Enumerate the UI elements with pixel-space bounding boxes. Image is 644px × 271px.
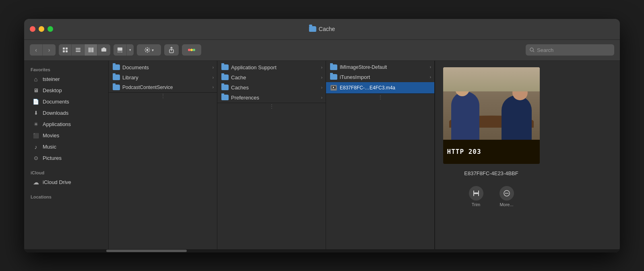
svg-rect-35 bbox=[473, 190, 474, 196]
sidebar-item-label: Downloads bbox=[43, 110, 68, 116]
svg-rect-2 bbox=[63, 50, 65, 52]
file-item-label: Cache bbox=[231, 74, 246, 81]
sidebar-item-label: Desktop bbox=[43, 87, 62, 93]
horizontal-scrollbar[interactable] bbox=[24, 249, 620, 252]
video-title-label: HTTP 203 bbox=[447, 148, 481, 155]
sidebar-item-pictures[interactable]: Pictures bbox=[26, 153, 107, 164]
chevron-right-icon: › bbox=[430, 65, 431, 69]
svg-point-24 bbox=[145, 51, 146, 52]
svg-rect-8 bbox=[90, 48, 91, 52]
preview-panel: HTTP 203 E837F8FC-4E23-4BBF bbox=[435, 61, 547, 249]
svg-point-40 bbox=[507, 192, 508, 193]
icloud-section-title: iCloud bbox=[24, 167, 108, 177]
home-icon bbox=[32, 76, 39, 83]
close-button[interactable] bbox=[30, 26, 35, 32]
file-item-e837[interactable]: E837F8FC-…E4FC3.m4a bbox=[326, 82, 434, 93]
column-resize-handle-2[interactable]: ⋮ bbox=[217, 103, 326, 110]
svg-point-29 bbox=[530, 48, 533, 51]
titlebar: Cache bbox=[24, 19, 620, 40]
sidebar-item-label: Applications bbox=[43, 121, 71, 127]
folder-icon bbox=[113, 74, 120, 80]
sidebar-item-movies[interactable]: Movies bbox=[26, 130, 107, 141]
svg-point-20 bbox=[149, 50, 150, 50]
browser-column-3: IMImageStore-Default › iTunesImport › bbox=[326, 61, 435, 249]
search-bar[interactable]: Search bbox=[526, 44, 614, 56]
sidebar-item-tsteiner[interactable]: tsteiner bbox=[26, 74, 107, 85]
view-gallery-dropdown: ▾ bbox=[114, 44, 134, 56]
file-item-preferences[interactable]: Preferences › bbox=[217, 93, 326, 103]
svg-point-19 bbox=[144, 50, 145, 50]
file-item-documents[interactable]: Documents › bbox=[109, 62, 217, 72]
preview-image: HTTP 203 bbox=[443, 67, 540, 164]
svg-rect-4 bbox=[76, 48, 80, 49]
view-list-button[interactable] bbox=[72, 44, 85, 56]
documents-icon bbox=[32, 98, 39, 106]
file-item-cache[interactable]: Cache › bbox=[217, 72, 326, 83]
svg-rect-14 bbox=[120, 52, 121, 52]
sidebar-item-desktop[interactable]: Desktop bbox=[26, 85, 107, 96]
more-action[interactable]: More... bbox=[500, 186, 514, 207]
main-content: Favorites tsteiner Desktop Documents Dow… bbox=[24, 61, 620, 249]
sidebar-item-downloads[interactable]: Downloads bbox=[26, 108, 107, 119]
chevron-right-icon: › bbox=[321, 85, 322, 90]
maximize-button[interactable] bbox=[47, 26, 53, 32]
tag-button[interactable] bbox=[182, 44, 201, 56]
file-item-label: Caches bbox=[231, 85, 249, 91]
sidebar-item-music[interactable]: Music bbox=[26, 141, 107, 153]
view-cover-button[interactable] bbox=[97, 44, 110, 56]
view-icon-button[interactable] bbox=[59, 44, 72, 56]
chevron-right-icon: › bbox=[321, 75, 322, 80]
trim-action[interactable]: Trim bbox=[469, 186, 483, 207]
file-item-podcastcontentservice[interactable]: PodcastContentService › bbox=[109, 83, 217, 92]
column-resize-handle-3[interactable]: ⋮ bbox=[326, 93, 434, 101]
svg-point-39 bbox=[506, 192, 507, 193]
svg-rect-9 bbox=[92, 48, 93, 52]
folder-icon bbox=[330, 74, 337, 80]
sidebar-item-applications[interactable]: Applications bbox=[26, 119, 107, 130]
preview-filename: E837F8FC-4E23-4BBF bbox=[464, 170, 518, 176]
forward-button[interactable]: › bbox=[43, 44, 56, 56]
gallery-dropdown-arrow[interactable]: ▾ bbox=[126, 44, 134, 56]
file-item-itunesimport[interactable]: iTunesImport › bbox=[326, 72, 434, 82]
sidebar-item-icloud-drive[interactable]: iCloud Drive bbox=[26, 177, 107, 188]
icloud-icon bbox=[32, 179, 39, 186]
file-item-library[interactable]: Library › bbox=[109, 72, 217, 83]
svg-rect-10 bbox=[101, 48, 106, 52]
svg-rect-15 bbox=[121, 52, 122, 52]
folder-icon bbox=[221, 85, 229, 90]
gallery-view-button[interactable] bbox=[114, 44, 126, 56]
browser-column-1: Documents › Library › PodcastContentServ… bbox=[109, 61, 217, 249]
svg-point-21 bbox=[145, 48, 146, 49]
trim-icon bbox=[469, 186, 483, 201]
scrollbar-thumb[interactable] bbox=[106, 250, 187, 252]
file-item-label: Preferences bbox=[231, 95, 259, 101]
locations-section-title: Locations bbox=[24, 191, 108, 201]
browser-column-2: Application Support › Cache › Caches › P… bbox=[217, 61, 326, 249]
traffic-lights bbox=[30, 26, 53, 32]
view-column-button[interactable] bbox=[85, 44, 97, 56]
svg-rect-3 bbox=[66, 50, 68, 52]
svg-rect-13 bbox=[118, 52, 119, 52]
file-item-caches[interactable]: Caches › bbox=[217, 83, 326, 93]
svg-point-16 bbox=[146, 49, 148, 51]
file-item-label: E837F8FC-…E4FC3.m4a bbox=[340, 85, 395, 91]
file-item-application-support[interactable]: Application Support › bbox=[217, 62, 326, 72]
sidebar-item-documents[interactable]: Documents bbox=[26, 96, 107, 108]
more-label: More... bbox=[500, 202, 513, 207]
file-item-label: Application Support bbox=[231, 64, 277, 70]
svg-rect-36 bbox=[478, 190, 479, 196]
svg-point-23 bbox=[148, 48, 149, 49]
applications-icon bbox=[32, 121, 39, 128]
action-button[interactable]: ▾ bbox=[137, 44, 161, 56]
file-item-label: iTunesImport bbox=[340, 74, 370, 80]
svg-point-38 bbox=[505, 192, 506, 193]
chevron-right-icon: › bbox=[213, 75, 214, 80]
share-button[interactable] bbox=[164, 44, 179, 56]
back-button[interactable]: ‹ bbox=[30, 44, 43, 56]
minimize-button[interactable] bbox=[39, 26, 44, 32]
sidebar-item-label: Documents bbox=[43, 99, 69, 105]
sidebar-item-label: Pictures bbox=[43, 155, 62, 161]
column-resize-handle-1[interactable]: ⋮ bbox=[109, 92, 217, 99]
toolbar: ‹ › bbox=[24, 40, 620, 61]
file-item-imimagestore[interactable]: IMImageStore-Default › bbox=[326, 62, 434, 72]
